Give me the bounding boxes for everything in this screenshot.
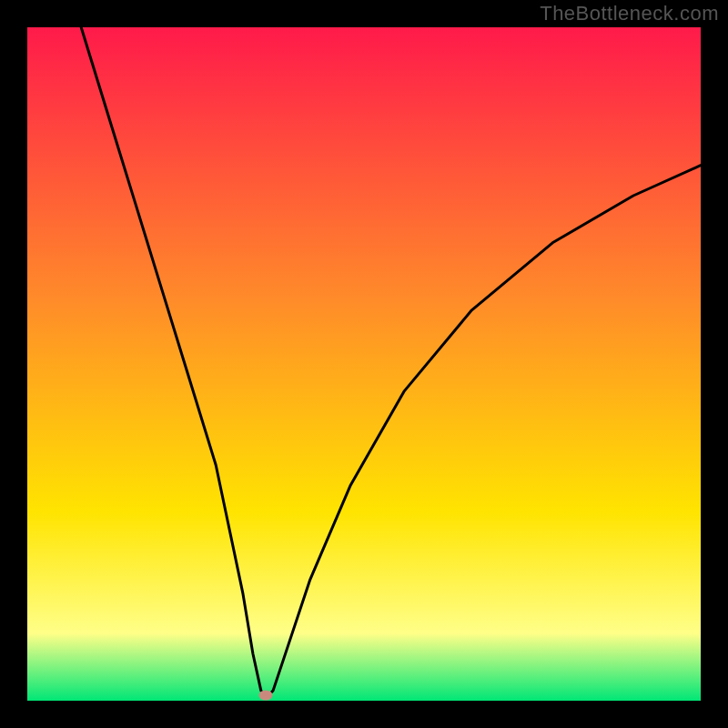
optimum-marker: [258, 691, 272, 701]
plot-area: [27, 27, 701, 701]
chart-svg: [27, 27, 701, 701]
gradient-background: [27, 27, 701, 701]
watermark-label: TheBottleneck.com: [540, 2, 719, 25]
chart-frame: TheBottleneck.com: [0, 0, 728, 728]
